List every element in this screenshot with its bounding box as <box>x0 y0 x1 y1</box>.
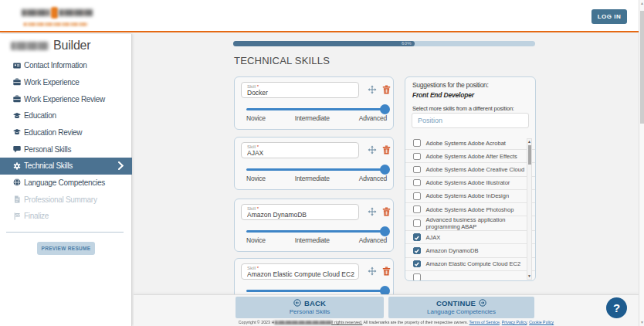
suggestion-checkbox[interactable] <box>413 166 421 174</box>
sidebar-nav: Contact Information Work Experience Work… <box>0 57 132 225</box>
page-scrollbar[interactable]: ▲ ▼ <box>639 0 644 326</box>
main-content: 60% TECHNICAL SKILLS Skill * Docker Novi… <box>134 34 639 326</box>
suggestion-checkbox[interactable] <box>413 260 421 268</box>
graduation-cap-icon <box>13 112 21 120</box>
back-arrow-icon <box>293 299 301 307</box>
help-button[interactable]: ? <box>606 297 627 318</box>
suggestion-checkbox[interactable] <box>413 273 421 281</box>
suggestion-item[interactable]: Advanced business application programmin… <box>405 216 535 231</box>
suggestion-item[interactable]: Adobe Systems Adobe After Effects <box>405 150 535 163</box>
page-scrollbar-thumb[interactable] <box>640 11 644 124</box>
skill-value: Amazon DynamoDB <box>247 211 358 219</box>
continue-button[interactable]: CONTINUE Language Competencies <box>388 297 534 318</box>
suggestion-checkbox[interactable] <box>413 139 421 147</box>
sidebar-item[interactable]: Education Review <box>0 124 132 141</box>
suggestion-label: Adobe Systems Adobe Photoshop <box>426 206 514 213</box>
suggestion-checkbox[interactable] <box>413 247 421 255</box>
sidebar-item-label: Technical Skills <box>24 161 73 170</box>
slider-label-intermediate: Intermediate <box>295 236 330 244</box>
page-scroll-up-icon[interactable]: ▲ <box>639 2 644 5</box>
back-button-sub: Personal Skills <box>290 308 330 315</box>
suggestion-checkbox[interactable] <box>413 153 421 161</box>
suggestion-item[interactable]: AJAX <box>405 231 535 244</box>
briefcase-icon <box>13 95 21 103</box>
trash-icon[interactable] <box>382 83 391 93</box>
suggestion-item[interactable]: Adobe Systems Adobe InDesign <box>405 190 535 203</box>
skill-input[interactable]: Skill * Amazon DynamoDB <box>241 204 359 220</box>
skill-value: AJAX <box>247 149 358 158</box>
globe-icon <box>13 178 21 186</box>
sidebar-item[interactable]: Language Competencies <box>0 175 132 192</box>
move-icon[interactable] <box>368 83 377 93</box>
suggestion-item[interactable]: Adobe Systems Adobe Acrobat <box>405 137 535 150</box>
back-button[interactable]: BACK Personal Skills <box>236 297 384 318</box>
suggestion-item[interactable]: Amazon Elastic Compute Cloud EC2 <box>405 258 535 271</box>
sidebar-title: Builder <box>11 39 90 53</box>
suggestion-item[interactable]: Adobe Systems Adobe Creative Cloud <box>405 163 535 176</box>
move-icon[interactable] <box>368 205 377 215</box>
slider-label-intermediate: Intermediate <box>295 175 330 182</box>
suggestion-checkbox[interactable] <box>413 205 421 213</box>
skill-level-slider[interactable] <box>246 108 387 110</box>
suggestion-checkbox[interactable] <box>413 219 421 227</box>
list-scrollbar-thumb[interactable] <box>528 145 531 165</box>
skill-input[interactable]: Skill * AJAX <box>241 142 359 158</box>
briefcase-icon <box>13 78 21 86</box>
skill-level-slider[interactable] <box>246 230 387 233</box>
sidebar-item[interactable]: Finalize <box>0 208 132 225</box>
page-title: TECHNICAL SKILLS <box>234 55 330 66</box>
suggestion-item[interactable]: Adobe Systems Adobe Illustrator <box>405 177 535 190</box>
slider-handle[interactable] <box>380 104 390 114</box>
suggestions-panel: Suggestions for the position: Front End … <box>405 76 536 281</box>
sidebar-item[interactable]: Contact Information <box>0 57 132 74</box>
sidebar-item[interactable]: Professional Summary <box>0 191 132 208</box>
skill-card: Skill * Docker Novice Intermediate Advan… <box>234 76 394 130</box>
scroll-up-icon[interactable]: ▲ <box>527 140 531 144</box>
suggestion-checkbox[interactable] <box>413 179 421 187</box>
sidebar-item[interactable]: Personal Skills <box>0 141 132 158</box>
move-icon[interactable] <box>368 265 377 274</box>
sidebar-item[interactable]: Work Experience Review <box>0 90 132 107</box>
login-button[interactable]: LOG IN <box>591 9 627 24</box>
suggestion-label: Adobe Systems Adobe InDesign <box>426 192 510 199</box>
list-scrollbar[interactable]: ▲ ▼ <box>527 138 532 280</box>
suggestion-item[interactable]: Amazon DynamoDB <box>405 244 535 257</box>
trash-icon[interactable] <box>382 205 391 215</box>
position-input[interactable]: Position <box>412 113 529 128</box>
cookie-link[interactable]: Cookie Policy <box>529 320 554 324</box>
trash-icon[interactable] <box>382 265 391 274</box>
scroll-down-icon[interactable]: ▼ <box>527 274 531 278</box>
preview-resume-button[interactable]: PREVIEW RESUME <box>37 242 95 255</box>
suggestion-label: Adobe Systems Adobe Creative Cloud <box>426 166 525 173</box>
flag-icon <box>13 212 21 220</box>
progress-bar: 60% <box>233 41 535 46</box>
slider-label-advanced: Advanced <box>359 175 387 182</box>
slider-handle[interactable] <box>380 226 390 236</box>
skill-input[interactable]: Skill * Docker <box>241 82 359 98</box>
slider-label-novice: Novice <box>246 175 266 182</box>
sidebar-item[interactable]: Technical Skills <box>0 158 132 175</box>
skill-input[interactable]: Skill * Amazon Elastic Compute Cloud EC2 <box>241 263 359 280</box>
privacy-link[interactable]: Privacy Policy <box>502 320 527 324</box>
suggestion-item[interactable] <box>405 271 535 281</box>
top-bar: LOG IN <box>0 0 644 32</box>
position-placeholder: Position <box>418 117 442 124</box>
move-icon[interactable] <box>368 144 377 153</box>
sidebar-item[interactable]: Work Experience <box>0 74 132 91</box>
sidebar-title-text: Builder <box>53 39 90 53</box>
suggestion-item[interactable]: Adobe Systems Adobe Photoshop <box>405 203 535 216</box>
suggestion-checkbox[interactable] <box>413 233 421 241</box>
sidebar-item[interactable]: Education <box>0 107 132 124</box>
suggestion-label: Adobe Systems Adobe Acrobat <box>426 140 506 147</box>
page-scroll-down-icon[interactable]: ▼ <box>639 321 644 324</box>
sidebar-item-label: Finalize <box>24 212 49 220</box>
trash-icon[interactable] <box>382 144 391 153</box>
skill-level-slider[interactable] <box>246 290 387 292</box>
suggestion-checkbox[interactable] <box>413 192 421 200</box>
copyright-line: Copyright © 2023 Hll rights reserved. Al… <box>174 320 619 324</box>
terms-link[interactable]: Terms of Service <box>469 320 500 324</box>
slider-handle[interactable] <box>380 165 390 175</box>
skill-value: Docker <box>247 89 358 97</box>
sidebar: Builder Contact Information Work Experie… <box>0 34 132 326</box>
skill-level-slider[interactable] <box>246 168 387 171</box>
